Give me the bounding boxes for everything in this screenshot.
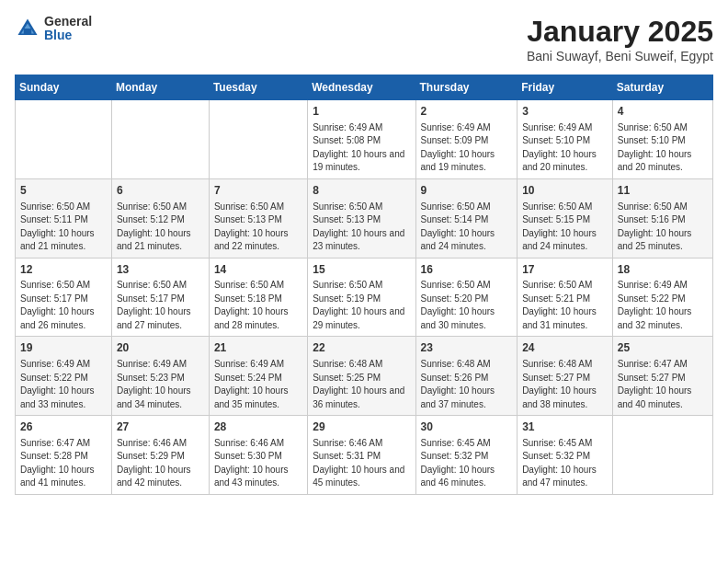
- day-number: 12: [20, 262, 107, 278]
- day-number: 2: [421, 104, 513, 120]
- day-info: Sunrise: 6:50 AM Sunset: 5:13 PM Dayligh…: [214, 201, 302, 254]
- calendar-cell: 18Sunrise: 6:49 AM Sunset: 5:22 PM Dayli…: [612, 258, 712, 337]
- calendar-body: 1Sunrise: 6:49 AM Sunset: 5:08 PM Daylig…: [16, 100, 713, 495]
- logo-icon: [15, 16, 40, 41]
- header-saturday: Saturday: [612, 75, 712, 100]
- day-number: 25: [618, 340, 708, 356]
- calendar-cell: 16Sunrise: 6:50 AM Sunset: 5:20 PM Dayli…: [415, 258, 518, 337]
- day-info: Sunrise: 6:50 AM Sunset: 5:10 PM Dayligh…: [618, 121, 708, 175]
- day-number: 16: [421, 262, 513, 278]
- day-info: Sunrise: 6:50 AM Sunset: 5:14 PM Dayligh…: [421, 201, 513, 254]
- day-info: Sunrise: 6:50 AM Sunset: 5:13 PM Dayligh…: [313, 201, 410, 254]
- day-info: Sunrise: 6:49 AM Sunset: 5:09 PM Dayligh…: [421, 121, 513, 175]
- page-header: General Blue January 2025 Bani Suwayf, B…: [15, 15, 713, 63]
- header-friday: Friday: [518, 75, 613, 100]
- calendar-cell: 24Sunrise: 6:48 AM Sunset: 5:27 PM Dayli…: [518, 337, 613, 416]
- day-number: 29: [313, 419, 410, 435]
- day-number: 18: [618, 262, 708, 278]
- svg-rect-2: [24, 29, 31, 35]
- day-info: Sunrise: 6:49 AM Sunset: 5:23 PM Dayligh…: [117, 358, 204, 411]
- calendar-week-row: 1Sunrise: 6:49 AM Sunset: 5:08 PM Daylig…: [16, 100, 713, 179]
- calendar-table: Sunday Monday Tuesday Wednesday Thursday…: [15, 75, 713, 495]
- calendar-cell: 8Sunrise: 6:50 AM Sunset: 5:13 PM Daylig…: [308, 178, 415, 258]
- day-info: Sunrise: 6:48 AM Sunset: 5:26 PM Dayligh…: [421, 358, 513, 411]
- day-info: Sunrise: 6:49 AM Sunset: 5:22 PM Dayligh…: [618, 279, 708, 332]
- calendar-cell: 9Sunrise: 6:50 AM Sunset: 5:14 PM Daylig…: [415, 178, 518, 258]
- day-info: Sunrise: 6:48 AM Sunset: 5:27 PM Dayligh…: [522, 358, 608, 411]
- calendar-subtitle: Bani Suwayf, Beni Suweif, Egypt: [527, 49, 713, 63]
- day-number: 14: [214, 262, 302, 278]
- calendar-cell: 27Sunrise: 6:46 AM Sunset: 5:29 PM Dayli…: [111, 416, 209, 495]
- header-tuesday: Tuesday: [209, 75, 307, 100]
- day-number: 28: [214, 419, 302, 435]
- calendar-cell: 23Sunrise: 6:48 AM Sunset: 5:26 PM Dayli…: [415, 337, 518, 416]
- calendar-cell: [111, 100, 209, 179]
- day-info: Sunrise: 6:50 AM Sunset: 5:19 PM Dayligh…: [313, 279, 410, 332]
- day-info: Sunrise: 6:46 AM Sunset: 5:31 PM Dayligh…: [313, 437, 410, 490]
- day-info: Sunrise: 6:50 AM Sunset: 5:17 PM Dayligh…: [20, 279, 107, 332]
- day-info: Sunrise: 6:50 AM Sunset: 5:16 PM Dayligh…: [618, 201, 708, 254]
- day-number: 24: [522, 340, 608, 356]
- day-number: 8: [313, 183, 410, 199]
- day-number: 23: [421, 340, 513, 356]
- calendar-cell: 1Sunrise: 6:49 AM Sunset: 5:08 PM Daylig…: [308, 100, 415, 179]
- calendar-cell: [16, 100, 112, 179]
- day-info: Sunrise: 6:46 AM Sunset: 5:29 PM Dayligh…: [117, 437, 204, 490]
- day-info: Sunrise: 6:50 AM Sunset: 5:18 PM Dayligh…: [214, 279, 302, 332]
- calendar-cell: 14Sunrise: 6:50 AM Sunset: 5:18 PM Dayli…: [209, 258, 307, 337]
- calendar-cell: 12Sunrise: 6:50 AM Sunset: 5:17 PM Dayli…: [16, 258, 112, 337]
- day-number: 15: [313, 262, 410, 278]
- day-info: Sunrise: 6:45 AM Sunset: 5:32 PM Dayligh…: [421, 437, 513, 490]
- calendar-cell: 31Sunrise: 6:45 AM Sunset: 5:32 PM Dayli…: [518, 416, 613, 495]
- day-info: Sunrise: 6:45 AM Sunset: 5:32 PM Dayligh…: [522, 437, 608, 490]
- day-info: Sunrise: 6:50 AM Sunset: 5:11 PM Dayligh…: [20, 201, 107, 254]
- calendar-week-row: 26Sunrise: 6:47 AM Sunset: 5:28 PM Dayli…: [16, 416, 713, 495]
- day-info: Sunrise: 6:50 AM Sunset: 5:12 PM Dayligh…: [117, 201, 204, 254]
- day-info: Sunrise: 6:46 AM Sunset: 5:30 PM Dayligh…: [214, 437, 302, 490]
- header-monday: Monday: [111, 75, 209, 100]
- calendar-week-row: 19Sunrise: 6:49 AM Sunset: 5:22 PM Dayli…: [16, 337, 713, 416]
- day-info: Sunrise: 6:47 AM Sunset: 5:28 PM Dayligh…: [20, 437, 107, 490]
- logo: General Blue: [15, 15, 92, 43]
- calendar-cell: [209, 100, 307, 179]
- day-number: 19: [20, 340, 107, 356]
- day-number: 17: [522, 262, 608, 278]
- logo-text: General Blue: [44, 15, 92, 43]
- day-number: 9: [421, 183, 513, 199]
- calendar-cell: 30Sunrise: 6:45 AM Sunset: 5:32 PM Dayli…: [415, 416, 518, 495]
- day-info: Sunrise: 6:49 AM Sunset: 5:24 PM Dayligh…: [214, 358, 302, 411]
- calendar-week-row: 5Sunrise: 6:50 AM Sunset: 5:11 PM Daylig…: [16, 178, 713, 258]
- day-number: 27: [117, 419, 204, 435]
- day-number: 11: [618, 183, 708, 199]
- calendar-cell: 26Sunrise: 6:47 AM Sunset: 5:28 PM Dayli…: [16, 416, 112, 495]
- day-number: 3: [522, 104, 608, 120]
- day-info: Sunrise: 6:48 AM Sunset: 5:25 PM Dayligh…: [313, 358, 410, 411]
- calendar-cell: 11Sunrise: 6:50 AM Sunset: 5:16 PM Dayli…: [612, 178, 712, 258]
- calendar-cell: 5Sunrise: 6:50 AM Sunset: 5:11 PM Daylig…: [16, 178, 112, 258]
- calendar-cell: 10Sunrise: 6:50 AM Sunset: 5:15 PM Dayli…: [518, 178, 613, 258]
- logo-general: General: [44, 15, 92, 29]
- calendar-cell: 15Sunrise: 6:50 AM Sunset: 5:19 PM Dayli…: [308, 258, 415, 337]
- day-info: Sunrise: 6:49 AM Sunset: 5:22 PM Dayligh…: [20, 358, 107, 411]
- day-info: Sunrise: 6:50 AM Sunset: 5:15 PM Dayligh…: [522, 201, 608, 254]
- weekday-header-row: Sunday Monday Tuesday Wednesday Thursday…: [16, 75, 713, 100]
- day-number: 7: [214, 183, 302, 199]
- calendar-cell: 13Sunrise: 6:50 AM Sunset: 5:17 PM Dayli…: [111, 258, 209, 337]
- calendar-cell: 25Sunrise: 6:47 AM Sunset: 5:27 PM Dayli…: [612, 337, 712, 416]
- calendar-cell: 19Sunrise: 6:49 AM Sunset: 5:22 PM Dayli…: [16, 337, 112, 416]
- day-number: 22: [313, 340, 410, 356]
- day-number: 21: [214, 340, 302, 356]
- logo-blue: Blue: [44, 29, 92, 42]
- day-number: 20: [117, 340, 204, 356]
- day-number: 6: [117, 183, 204, 199]
- calendar-title: January 2025: [527, 15, 713, 49]
- day-info: Sunrise: 6:49 AM Sunset: 5:08 PM Dayligh…: [313, 121, 410, 175]
- day-info: Sunrise: 6:47 AM Sunset: 5:27 PM Dayligh…: [618, 358, 708, 411]
- day-number: 5: [20, 183, 107, 199]
- day-number: 10: [522, 183, 608, 199]
- day-number: 30: [421, 419, 513, 435]
- calendar-cell: 22Sunrise: 6:48 AM Sunset: 5:25 PM Dayli…: [308, 337, 415, 416]
- calendar-cell: 2Sunrise: 6:49 AM Sunset: 5:09 PM Daylig…: [415, 100, 518, 179]
- calendar-header: Sunday Monday Tuesday Wednesday Thursday…: [16, 75, 713, 100]
- calendar-cell: 17Sunrise: 6:50 AM Sunset: 5:21 PM Dayli…: [518, 258, 613, 337]
